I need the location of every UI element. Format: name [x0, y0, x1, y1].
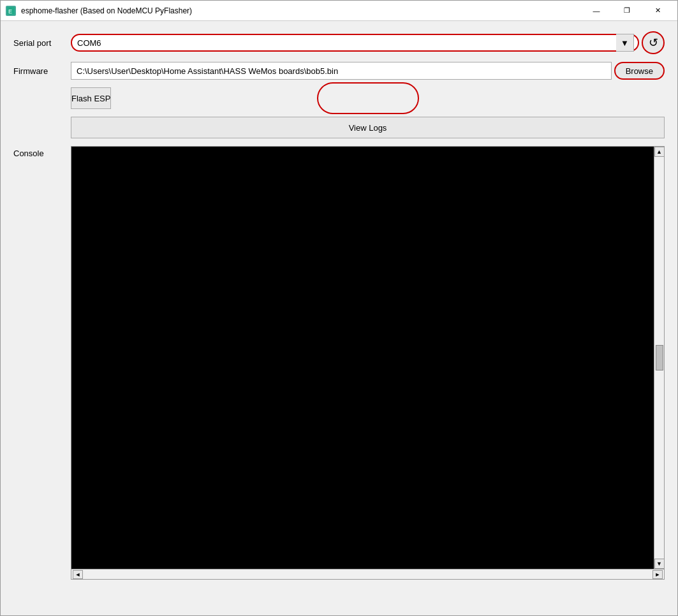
horizontal-scrollbar[interactable]: ◄ ►	[71, 569, 664, 579]
firmware-label: Firmware	[13, 66, 64, 76]
scroll-left-button[interactable]: ◄	[73, 570, 83, 579]
serial-port-label: Serial port	[13, 38, 64, 48]
scroll-up-icon: ▲	[656, 149, 662, 155]
content-area: Serial port COM6 COM1 COM2 COM3 COM4 COM…	[1, 21, 677, 615]
serial-port-container: COM6 COM1 COM2 COM3 COM4 COM5 ▼ ↺	[71, 31, 665, 54]
flash-esp-row: Flash ESP	[13, 87, 665, 109]
refresh-icon: ↺	[649, 36, 658, 50]
minimize-button[interactable]: —	[582, 1, 611, 21]
firmware-input[interactable]	[71, 62, 612, 80]
view-logs-label: View Logs	[349, 123, 387, 133]
flash-annotation	[317, 82, 419, 114]
window-title: esphome-flasher (Based on NodeMCU PyFlas…	[21, 6, 192, 15]
console-label: Console	[13, 146, 64, 158]
scroll-up-button[interactable]: ▲	[654, 147, 665, 157]
view-logs-row: View Logs	[13, 117, 665, 138]
scrollbar-thumb-v[interactable]	[656, 345, 663, 370]
close-button[interactable]: ✕	[643, 1, 672, 21]
browse-button[interactable]: Browse	[614, 62, 665, 80]
firmware-row: Firmware Browse	[13, 62, 665, 80]
titlebar-left: E esphome-flasher (Based on NodeMCU PyFl…	[6, 6, 192, 16]
refresh-button[interactable]: ↺	[642, 31, 665, 54]
vertical-scrollbar[interactable]: ▲ ▼	[654, 147, 664, 569]
flash-esp-button[interactable]: Flash ESP	[71, 87, 111, 109]
titlebar: E esphome-flasher (Based on NodeMCU PyFl…	[1, 1, 677, 21]
console-output[interactable]	[71, 147, 654, 569]
serial-select-wrapper: COM6 COM1 COM2 COM3 COM4 COM5 ▼	[71, 34, 639, 52]
scroll-down-icon: ▼	[656, 561, 662, 567]
app-icon: E	[6, 6, 16, 16]
flash-esp-label: Flash ESP	[71, 94, 110, 103]
scroll-left-icon: ◄	[75, 571, 81, 578]
serial-port-row: Serial port COM6 COM1 COM2 COM3 COM4 COM…	[13, 31, 665, 54]
serial-port-select[interactable]: COM6 COM1 COM2 COM3 COM4 COM5	[71, 34, 639, 52]
console-inner: ▲ ▼	[71, 147, 664, 569]
console-container: ▲ ▼ ◄	[71, 146, 665, 580]
flash-btn-wrapper: Flash ESP	[71, 87, 665, 109]
scroll-right-icon: ►	[655, 571, 661, 578]
svg-text:E: E	[8, 8, 12, 15]
scroll-down-button[interactable]: ▼	[654, 559, 665, 569]
firmware-container: Browse	[71, 62, 665, 80]
view-logs-button[interactable]: View Logs	[71, 117, 665, 138]
restore-button[interactable]: ❐	[612, 1, 642, 21]
app-window: E esphome-flasher (Based on NodeMCU PyFl…	[0, 0, 678, 616]
scroll-right-button[interactable]: ►	[652, 570, 663, 579]
titlebar-buttons: — ❐ ✕	[582, 1, 672, 21]
console-row: Console ▲ ▼	[13, 146, 665, 605]
browse-label: Browse	[626, 66, 653, 76]
